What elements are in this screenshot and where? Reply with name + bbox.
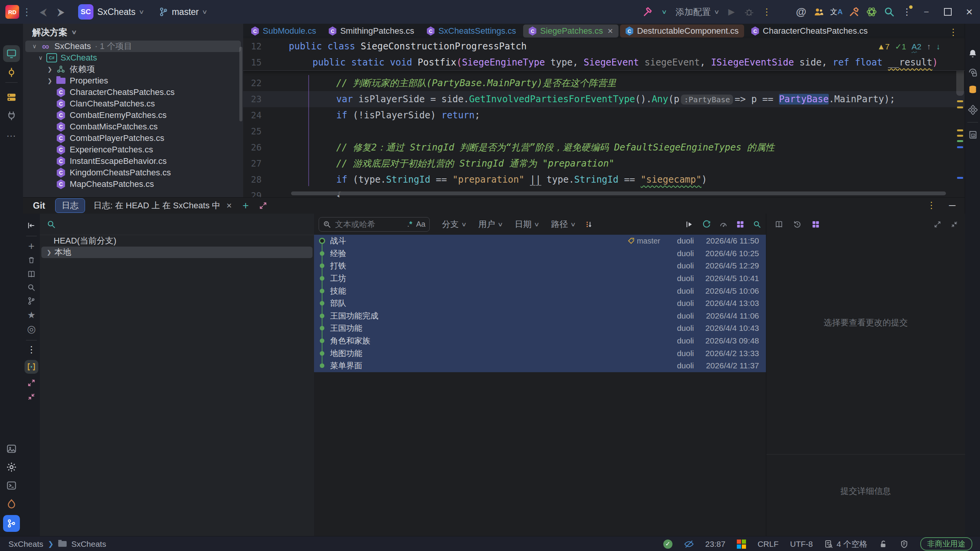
- tools-wrench-icon[interactable]: [845, 3, 863, 21]
- tree-item-CombatEnemyPatches.cs[interactable]: CCombatEnemyPatches.cs: [23, 110, 243, 121]
- main-menu-icon[interactable]: ⋮: [19, 6, 34, 18]
- breadcrumb-project[interactable]: SxCheats: [71, 540, 106, 549]
- code-lines[interactable]: 22// 判断玩家的主部队(PartyBase.MainParty)是否在这个阵…: [243, 75, 965, 197]
- chevron-down-icon[interactable]: ∨: [29, 43, 40, 50]
- database-icon[interactable]: [964, 81, 980, 98]
- commit-row[interactable]: 角色和家族duoli2026/4/3 09:48: [314, 335, 766, 347]
- git-options-kebab-icon[interactable]: ⋮: [927, 200, 936, 211]
- picture-icon[interactable]: [3, 440, 20, 457]
- git-tab-log-head[interactable]: 日志: 在 HEAD 上 在 SxCheats 中 ×: [93, 200, 232, 211]
- branch-icon[interactable]: [25, 294, 38, 308]
- translate-icon[interactable]: 文A: [828, 3, 845, 21]
- performance-gauge-icon[interactable]: [719, 220, 728, 229]
- back-arrow-icon[interactable]: ⮜: [34, 6, 52, 18]
- code-line-24[interactable]: 24if (!isPlayerSide) return;: [243, 107, 965, 123]
- filter-user[interactable]: 用户∨: [478, 219, 502, 230]
- regex-toggle-icon[interactable]: .*: [407, 220, 412, 229]
- more-kebab-icon[interactable]: ⋮: [25, 343, 38, 356]
- structure-icon[interactable]: [3, 89, 20, 106]
- match-bracket-icon[interactable]: [25, 360, 38, 374]
- project-avatar[interactable]: SC: [78, 4, 93, 20]
- microsoft-icon[interactable]: [737, 540, 746, 549]
- search-everywhere-icon[interactable]: [880, 3, 898, 21]
- build-hammer-icon[interactable]: [639, 3, 657, 21]
- favorites-star-icon[interactable]: ★: [25, 308, 38, 322]
- scrollbar-thumb[interactable]: [239, 47, 242, 121]
- tree-item-ExperiencePatches.cs[interactable]: CExperiencePatches.cs: [23, 144, 243, 155]
- editor-tab[interactable]: CSmithingPatches.cs: [323, 25, 419, 38]
- run-button[interactable]: ▶: [723, 3, 740, 21]
- code-line-28[interactable]: 28if (type.StringId == "preparation" || …: [243, 172, 965, 188]
- delete-trash-icon[interactable]: [25, 253, 38, 267]
- project-selector[interactable]: SxCheats: [97, 7, 136, 17]
- expand-details-icon[interactable]: [934, 221, 941, 228]
- code-line-23[interactable]: 23var isPlayerSide = side.GetInvolvedPar…: [243, 91, 965, 107]
- tree-item-SxCheats[interactable]: ∨∞SxCheats· 1 个项目: [25, 41, 241, 52]
- tree-item-Properties[interactable]: ❯Properties: [23, 75, 243, 87]
- readonly-lock-icon[interactable]: [879, 540, 888, 549]
- gradle-diamonds-icon[interactable]: [964, 101, 980, 118]
- terminal-icon[interactable]: [3, 477, 20, 494]
- more-tool-windows-icon[interactable]: …: [3, 125, 20, 142]
- close-tab-icon[interactable]: ×: [226, 202, 232, 209]
- chevron-right-icon[interactable]: ❯: [44, 66, 55, 73]
- commit-row[interactable]: 王国功能duoli2026/4/4 10:43: [314, 322, 766, 335]
- branch-search-icon[interactable]: [47, 220, 56, 229]
- git-tab-log[interactable]: 日志: [55, 198, 85, 213]
- group-by-grid-icon[interactable]: [811, 220, 820, 229]
- breadcrumb-solution[interactable]: SxCheats: [8, 540, 43, 549]
- tree-item-CombatMiscPatches.cs[interactable]: CCombatMiscPatches.cs: [23, 121, 243, 132]
- branch-selector[interactable]: master: [172, 7, 199, 17]
- code-with-me-icon[interactable]: [810, 3, 828, 21]
- commit-row[interactable]: 王国功能完成duoli2026/4/4 11:06: [314, 310, 766, 322]
- editor-tab[interactable]: CSxCheatsSettings.cs: [421, 25, 522, 38]
- editor-tab[interactable]: CSiegePatches.cs×: [523, 25, 618, 38]
- git-tool-window-icon[interactable]: [3, 515, 20, 532]
- search-icon[interactable]: [25, 281, 38, 294]
- maximize-window-icon[interactable]: [937, 3, 959, 21]
- build-options-chevron-icon[interactable]: ∨: [661, 8, 667, 15]
- refresh-icon[interactable]: [702, 220, 711, 229]
- settings-kebab-icon[interactable]: ⋮: [898, 3, 916, 21]
- code-line-12[interactable]: 12public class SiegeConstructionProgress…: [243, 38, 965, 54]
- prev-problem-arrow-icon[interactable]: ↑: [927, 42, 931, 51]
- hide-panel-icon[interactable]: ─: [949, 200, 955, 211]
- ai-assistant-icon[interactable]: @: [792, 3, 810, 21]
- expand-all-icon[interactable]: [25, 376, 38, 390]
- search-icon[interactable]: [753, 220, 761, 229]
- tab-options-kebab-icon[interactable]: ⋮: [949, 27, 958, 38]
- tree-item-CharacterCheatsPatches.cs[interactable]: CCharacterCheatsPatches.cs: [23, 87, 243, 98]
- target-icon[interactable]: ◎: [25, 322, 38, 336]
- next-problem-arrow-icon[interactable]: ↓: [936, 42, 941, 51]
- view-options-grid-icon[interactable]: [736, 220, 744, 229]
- security-shield-icon[interactable]: [900, 540, 909, 549]
- chevron-right-icon[interactable]: ❯: [44, 249, 54, 256]
- caret-position[interactable]: 23:87: [705, 540, 726, 549]
- commit-row[interactable]: 工坊duoli2026/4/5 10:41: [314, 272, 766, 285]
- plugin-atom-icon[interactable]: [863, 3, 880, 21]
- match-case-toggle[interactable]: Aa: [416, 220, 425, 229]
- highlighting-level-icon[interactable]: [684, 539, 694, 549]
- collapse-all-icon[interactable]: [25, 390, 38, 404]
- commit-row[interactable]: 战斗masterduoli2026/4/6 11:50: [314, 235, 766, 247]
- add-icon[interactable]: +: [25, 239, 38, 253]
- chevron-down-icon[interactable]: ∨: [35, 54, 46, 61]
- run-config-selector[interactable]: 添加配置: [676, 6, 711, 18]
- code-line-25[interactable]: 25: [243, 123, 965, 139]
- dictionary-book-icon[interactable]: A: [964, 126, 980, 143]
- forward-arrow-icon[interactable]: ⮞: [52, 6, 70, 18]
- line-separator[interactable]: CRLF: [757, 540, 779, 549]
- chevron-right-icon[interactable]: ❯: [44, 77, 55, 84]
- code-line-27[interactable]: 27// 游戏底层对于初始扎营的 StringId 通常为 "preparati…: [243, 155, 965, 172]
- license-badge[interactable]: 非商业用途: [920, 537, 972, 551]
- commit-icon[interactable]: [3, 64, 20, 81]
- profiler-icon[interactable]: [3, 495, 20, 512]
- history-icon[interactable]: [793, 220, 802, 229]
- debug-button[interactable]: [740, 3, 758, 21]
- commit-row[interactable]: 地图功能duoli2026/4/2 13:33: [314, 347, 766, 360]
- commit-row[interactable]: 经验duoli2026/4/6 10:25: [314, 247, 766, 260]
- branch-local-row[interactable]: ❯ 本地: [41, 247, 312, 258]
- code-line-26[interactable]: 26// 修复2：通过 StringId 判断是否为“扎营”阶段，避免硬编码 D…: [243, 139, 965, 155]
- tree-item-MapCheatsPatches.cs[interactable]: CMapCheatsPatches.cs: [23, 178, 243, 190]
- commit-row[interactable]: 菜单界面duoli2026/4/2 11:37: [314, 360, 766, 372]
